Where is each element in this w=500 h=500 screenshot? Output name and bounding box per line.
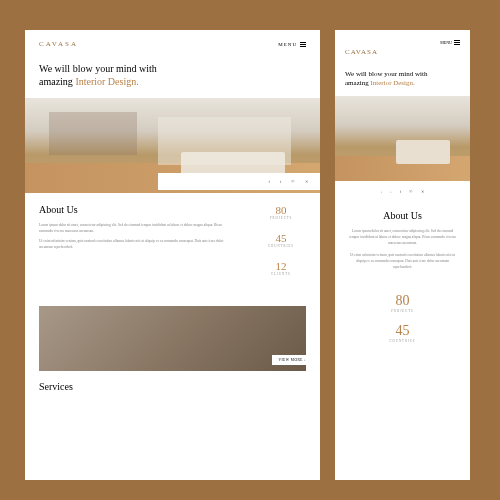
hero-line2-accent: Interior Design. <box>370 79 414 87</box>
stat-num: 80 <box>335 293 470 309</box>
stat-countries: 45 COUNTRIES <box>335 323 470 343</box>
view-more-button[interactable]: VIEW MORE › <box>272 355 312 365</box>
about-section: About Us Lorem ipsum dolor sit amet, con… <box>25 190 320 302</box>
desktop-preview: CAVASA MENU We will blow your mind with … <box>25 30 320 480</box>
hero-line2-accent: Interior Design. <box>75 76 138 87</box>
about-title: About Us <box>39 204 236 215</box>
stat-num: 45 <box>256 232 306 244</box>
stat-label: PROJECTS <box>256 216 306 220</box>
about-p2: Ut enim ad minim veniam, quis nostrud ex… <box>347 253 458 271</box>
hamburger-icon <box>454 40 460 45</box>
stat-num: 45 <box>335 323 470 339</box>
twitter-icon[interactable]: t <box>280 179 281 184</box>
sofa-graphic <box>396 140 450 164</box>
instagram-icon[interactable]: ☉ <box>409 189 413 194</box>
stat-num: 12 <box>256 260 306 272</box>
hero-line1: We will blow your mind with <box>345 70 427 78</box>
mobile-header: CAVASA MENU <box>335 30 470 64</box>
x-icon[interactable]: ✕ <box>305 179 308 184</box>
stat-clients: 12 CLIENTS <box>256 260 306 276</box>
stat-label: PROJECTS <box>335 309 470 313</box>
stats-column: 80 PROJECTS 45 COUNTRIES 12 CLIENTS <box>256 204 306 288</box>
hero-title: We will blow your mind with amazing Inte… <box>345 70 460 88</box>
menu-button[interactable]: MENU <box>278 42 306 47</box>
mobile-about: About Us Lorem ipsum dolor sit amet, con… <box>335 202 470 285</box>
menu-button[interactable]: MENU <box>440 40 460 45</box>
facebook-icon[interactable]: f <box>400 189 401 194</box>
hero-line1: We will blow your mind with <box>39 63 157 74</box>
services-title: Services <box>39 381 306 392</box>
stat-label: COUNTRIES <box>256 244 306 248</box>
hamburger-icon <box>300 42 306 47</box>
stat-label: CLIENTS <box>256 272 306 276</box>
about-title: About Us <box>347 210 458 221</box>
about-p1: Lorem ipsum dolor sit amet, consectetur … <box>39 223 236 234</box>
mobile-preview: CAVASA MENU We will blow your mind with … <box>335 30 470 480</box>
menu-label: MENU <box>278 42 297 47</box>
stat-projects: 80 PROJECTS <box>335 293 470 313</box>
team-image <box>39 306 306 371</box>
arrow-left-icon[interactable]: ‹ <box>381 189 382 194</box>
menu-label: MENU <box>440 40 452 45</box>
about-p2: Ut enim ad minim veniam, quis nostrud ex… <box>39 239 236 250</box>
hero-heading: We will blow your mind with amazing Inte… <box>25 56 320 98</box>
stat-countries: 45 COUNTRIES <box>256 232 306 248</box>
mobile-stats: 80 PROJECTS 45 COUNTRIES <box>335 285 470 361</box>
brand-logo[interactable]: CAVASA <box>345 48 378 56</box>
stat-num: 80 <box>256 204 306 216</box>
stat-label: COUNTRIES <box>335 339 470 343</box>
instagram-icon[interactable]: ☉ <box>291 179 295 184</box>
hero-title: We will blow your mind with amazing Inte… <box>39 62 306 88</box>
mobile-hero: We will blow your mind with amazing Inte… <box>335 64 470 96</box>
header: CAVASA MENU <box>25 30 320 56</box>
services-section: Services <box>25 371 320 402</box>
social-bar: f t ☉ ✕ <box>158 173 320 190</box>
mobile-hero-image <box>335 96 470 181</box>
brand-logo[interactable]: CAVASA <box>39 40 78 48</box>
mobile-nav-bar: ‹ › f ☉ ✕ <box>335 181 470 202</box>
hero-line2-pre: amazing <box>39 76 75 87</box>
stat-projects: 80 PROJECTS <box>256 204 306 220</box>
hero-line2-pre: amazing <box>345 79 370 87</box>
arrow-right-icon[interactable]: › <box>390 189 391 194</box>
about-p1: Lorem ipsum dolor sit amet, consectetur … <box>347 229 458 247</box>
x-icon[interactable]: ✕ <box>421 189 424 194</box>
about-content: About Us Lorem ipsum dolor sit amet, con… <box>39 204 236 288</box>
facebook-icon[interactable]: f <box>269 179 270 184</box>
